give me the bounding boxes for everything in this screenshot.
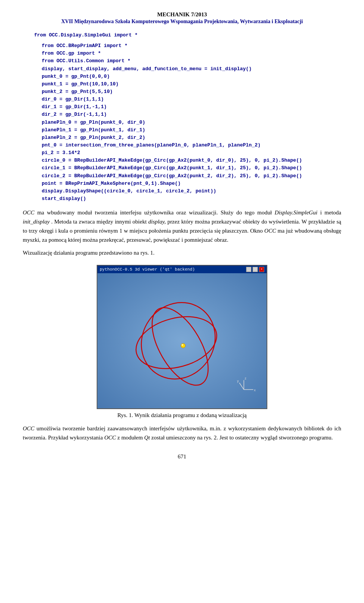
- code-line-6: punkt_0 = gp_Pnt(0,0,0): [34, 73, 341, 80]
- code-line-3: from OCC.gp import *: [34, 50, 341, 57]
- code-line-16: pi_2 = 3.14*2: [34, 149, 341, 157]
- code-line-11: dir_2 = gp_Dir(-1,1,1): [34, 111, 341, 118]
- figure-1: pythonOCC-0.5 3d viewer ('qt' backend) _…: [95, 265, 269, 419]
- code-line-9: dir_0 = gp_Dir(1,1,1): [34, 96, 341, 103]
- code-line-17: circle_0 = BRepBuilderAPI_MakeEdge(gp_Ci…: [34, 157, 341, 164]
- code-line-20: point = BRepPrimAPI_MakeSphere(pnt_0,1).…: [34, 180, 341, 187]
- paragraph-2: Wizualizację działania programu przedsta…: [23, 248, 341, 257]
- code-block: from OCC.Display.SimpleGui import * from…: [23, 31, 341, 203]
- titlebar-text: pythonOCC-0.5 3d viewer ('qt' backend): [100, 267, 195, 272]
- svg-text:x: x: [254, 388, 256, 392]
- p1-text-3: . Metoda ta zwraca między innymi obiekt: [51, 219, 148, 225]
- p2-text: Wizualizację działania programu przedsta…: [23, 250, 155, 256]
- p1-display-italic: display,: [148, 219, 166, 225]
- svg-text:y: y: [237, 379, 239, 383]
- code-line-18: circle_1 = BRepBuilderAPI_MakeEdge(gp_Ci…: [34, 164, 341, 172]
- p1-occ-italic-2: OCC: [264, 228, 276, 234]
- p3-text-2: z modułem: [118, 435, 144, 441]
- figure-titlebar: pythonOCC-0.5 3d viewer ('qt' backend) _…: [97, 266, 267, 273]
- code-line-5: display, start_display, add_menu, add_fu…: [34, 65, 341, 73]
- svg-point-5: [182, 344, 184, 346]
- paragraph-3: OCC umożliwia tworzenie bardziej zaawans…: [23, 424, 341, 442]
- figure-caption: Rys. 1. Wynik działania programu z dodan…: [117, 412, 246, 419]
- p1-occ-italic: OCC: [23, 209, 35, 216]
- p1-init-display: init_display: [23, 219, 50, 225]
- maximize-button[interactable]: □: [253, 267, 258, 272]
- code-line-21: display.DisplayShape((circle_0, circle_1…: [34, 187, 341, 195]
- p3-qt-italic: Qt: [144, 435, 150, 441]
- subtitle: XVII Międzynarodowa Szkoła Komputerowego…: [23, 19, 341, 25]
- code-line-14: planePln_2 = gp_Pln(punkt_2, dir_2): [34, 134, 341, 142]
- p1-text-1: ma wbudowany moduł tworzenia interfejsu …: [37, 209, 275, 216]
- p3-occ-italic: OCC: [23, 425, 35, 431]
- code-line-7: punkt_1 = gp_Pnt(10,10,10): [34, 80, 341, 88]
- code-line-4: from OCC.Utils.Common import *: [34, 57, 341, 65]
- page-number: 671: [23, 453, 341, 460]
- title: MECHANIK 7/2013: [23, 11, 341, 18]
- close-button[interactable]: ×: [259, 267, 264, 272]
- code-line-13: planePln_1 = gp_Pln(punkt_1, dir_1): [34, 126, 341, 134]
- code-line-1: from OCC.Display.SimpleGui import *: [34, 31, 341, 39]
- svg-text:z: z: [245, 376, 246, 380]
- code-line-19: circle_2 = BRepBuilderAPI_MakeEdge(gp_Ci…: [34, 172, 341, 180]
- p1-display-simplegui: Display.SimpleGui: [275, 209, 317, 216]
- code-line-15: pnt_0 = intersection_from_three_planes(p…: [34, 142, 341, 149]
- titlebar-buttons: _ □ ×: [246, 267, 264, 272]
- svg-point-4: [181, 343, 185, 348]
- paragraph-1: OCC ma wbudowany moduł tworzenia interfe…: [23, 208, 341, 244]
- p3-text-3: został umieszczony na rys. 2. Jest to os…: [151, 435, 333, 441]
- code-line-12: planePln_0 = gp_Pln(punkt_0, dir_0): [34, 119, 341, 126]
- code-line-2: from OCC.BRepPrimAPI import *: [34, 42, 341, 50]
- code-line-22: start_display(): [34, 195, 341, 203]
- code-line-10: dir_1 = gp_Dir(1,-1,1): [34, 103, 341, 111]
- minimize-button[interactable]: _: [246, 267, 251, 272]
- p3-occ-italic-2: OCC: [104, 435, 116, 441]
- code-line-8: punkt_2 = gp_Pnt(5,5,10): [34, 88, 341, 96]
- svg-rect-0: [98, 273, 267, 408]
- figure-window: pythonOCC-0.5 3d viewer ('qt' backend) _…: [97, 265, 267, 409]
- visualization-svg: x y z: [97, 273, 267, 408]
- page-header: MECHANIK 7/2013 XVII Międzynarodowa Szko…: [23, 11, 341, 25]
- p1-text-2: i metoda: [320, 209, 341, 216]
- figure-canvas: x y z: [97, 273, 267, 408]
